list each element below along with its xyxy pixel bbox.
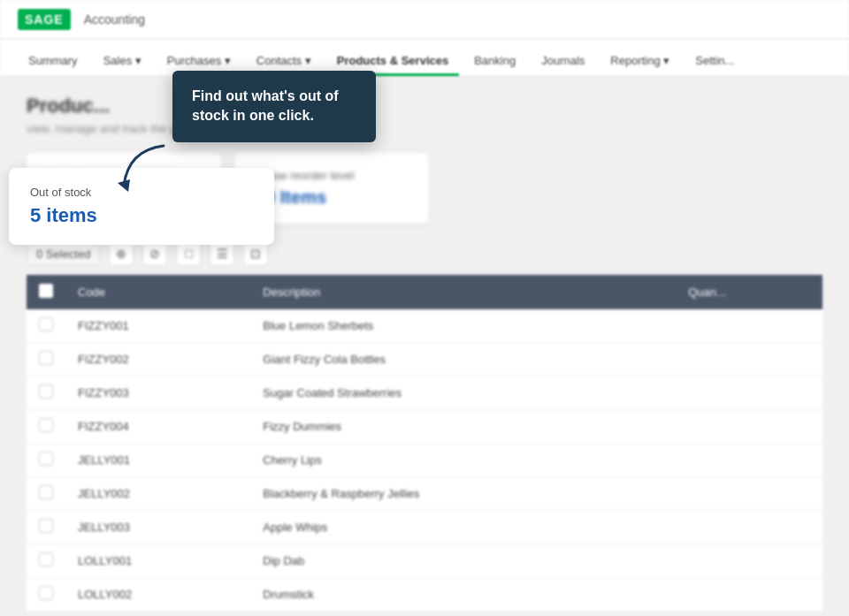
row-checkbox-cell (27, 511, 65, 544)
row-quantity (676, 444, 822, 477)
arrow-annotation (111, 137, 181, 202)
table-row[interactable]: FIZZY002 Giant Fizzy Cola Bottles (27, 343, 822, 376)
col-checkbox (27, 275, 65, 309)
row-description: Blue Lemon Sherbets (250, 309, 676, 343)
row-checkbox[interactable] (39, 552, 53, 567)
page-subtitle: view, manage and track the products and … (27, 122, 822, 135)
row-quantity (676, 343, 822, 376)
row-description: Giant Fizzy Cola Bottles (250, 343, 676, 376)
row-checkbox-cell (27, 410, 65, 444)
row-description: Apple Whips (250, 511, 676, 544)
toolbar-icon-3[interactable]: □ (176, 241, 201, 266)
sage-logo: SAGE (18, 9, 71, 30)
page-title: Produc... (27, 95, 822, 118)
selected-count: 0 Selected (27, 242, 100, 266)
row-code: JELLY003 (65, 511, 250, 544)
row-description: Cherry Lips (250, 444, 676, 477)
row-checkbox-cell (27, 343, 65, 376)
below-reorder-label: Below reorder level (256, 169, 408, 182)
row-checkbox-cell (27, 544, 65, 578)
toolbar-icon-1[interactable]: ⊕ (109, 241, 134, 266)
row-checkbox-cell (27, 309, 65, 343)
nav-summary[interactable]: Summary (18, 45, 88, 76)
col-quantity: Quan... (676, 275, 822, 309)
row-checkbox-cell (27, 477, 65, 511)
toolbar-icon-5[interactable]: ⊡ (243, 241, 268, 266)
row-code: FIZZY003 (65, 376, 250, 410)
row-checkbox-cell (27, 376, 65, 410)
module-title: Accounting (84, 12, 145, 27)
row-checkbox[interactable] (39, 452, 53, 466)
table-body: FIZZY001 Blue Lemon Sherbets FIZZY002 Gi… (27, 309, 822, 612)
row-checkbox[interactable] (39, 418, 53, 432)
row-quantity (676, 544, 822, 578)
toolbar-icon-2[interactable]: ⊘ (142, 241, 167, 266)
table-row[interactable]: JELLY003 Apple Whips (27, 511, 822, 544)
out-of-stock-card-value: 5 items (30, 204, 248, 227)
tooltip-overlay: Find out what's out of stock in one clic… (172, 71, 376, 142)
row-code: LOLLY001 (65, 544, 250, 578)
select-all-checkbox[interactable] (39, 284, 53, 298)
row-checkbox[interactable] (39, 351, 53, 365)
row-code: FIZZY001 (65, 309, 250, 343)
svg-marker-0 (118, 179, 130, 192)
row-description: Sugar Coated Strawberries (250, 376, 676, 410)
row-quantity (676, 511, 822, 544)
table-row[interactable]: JELLY002 Blackberry & Raspberry Jellies (27, 477, 822, 511)
row-code: FIZZY004 (65, 410, 250, 444)
table-row[interactable]: LOLLY001 Dip Dab (27, 544, 822, 578)
row-checkbox-cell (27, 444, 65, 477)
row-quantity (676, 410, 822, 444)
row-quantity (676, 376, 822, 410)
row-description: Fizzy Dummies (250, 410, 676, 444)
row-checkbox[interactable] (39, 519, 53, 533)
nav-reporting[interactable]: Reporting ▾ (600, 45, 680, 76)
row-description: Drumstick (250, 578, 676, 612)
main-nav: Summary Sales ▾ Purchases ▾ Contacts ▾ P… (0, 40, 849, 77)
table-row[interactable]: LOLLY002 Drumstick (27, 578, 822, 612)
below-reorder-value: 10 Items (256, 187, 408, 208)
row-checkbox[interactable] (39, 384, 53, 399)
table-row[interactable]: JELLY001 Cherry Lips (27, 444, 822, 477)
row-quantity (676, 477, 822, 511)
row-checkbox[interactable] (39, 586, 53, 600)
row-checkbox-cell (27, 578, 65, 612)
row-checkbox[interactable] (39, 485, 53, 499)
toolbar: 0 Selected ⊕ ⊘ □ ☰ ⊡ (27, 241, 822, 266)
table-header-row: Code Description Quan... (27, 275, 822, 309)
table-row[interactable]: FIZZY001 Blue Lemon Sherbets (27, 309, 822, 343)
toolbar-icon-4[interactable]: ☰ (210, 241, 234, 266)
col-description: Description (250, 275, 676, 309)
row-code: LOLLY002 (65, 578, 250, 612)
row-description: Blackberry & Raspberry Jellies (250, 477, 676, 511)
nav-journals[interactable]: Journals (531, 45, 595, 76)
col-code: Code (65, 275, 250, 309)
row-code: FIZZY002 (65, 343, 250, 376)
nav-sales[interactable]: Sales ▾ (93, 45, 152, 76)
products-table: Code Description Quan... FIZZY001 Blue L… (27, 275, 822, 612)
row-code: JELLY002 (65, 477, 250, 511)
table-row[interactable]: FIZZY004 Fizzy Dummies (27, 410, 822, 444)
row-checkbox[interactable] (39, 317, 53, 331)
row-quantity (676, 309, 822, 343)
nav-settings[interactable]: Settin... (685, 45, 745, 76)
arrow-icon (111, 137, 181, 199)
nav-banking[interactable]: Banking (463, 45, 526, 76)
row-quantity (676, 578, 822, 612)
table-row[interactable]: FIZZY003 Sugar Coated Strawberries (27, 376, 822, 410)
top-bar: SAGE Accounting (0, 0, 849, 40)
row-description: Dip Dab (250, 544, 676, 578)
tooltip-text: Find out what's out of stock in one clic… (192, 88, 339, 123)
row-code: JELLY001 (65, 444, 250, 477)
